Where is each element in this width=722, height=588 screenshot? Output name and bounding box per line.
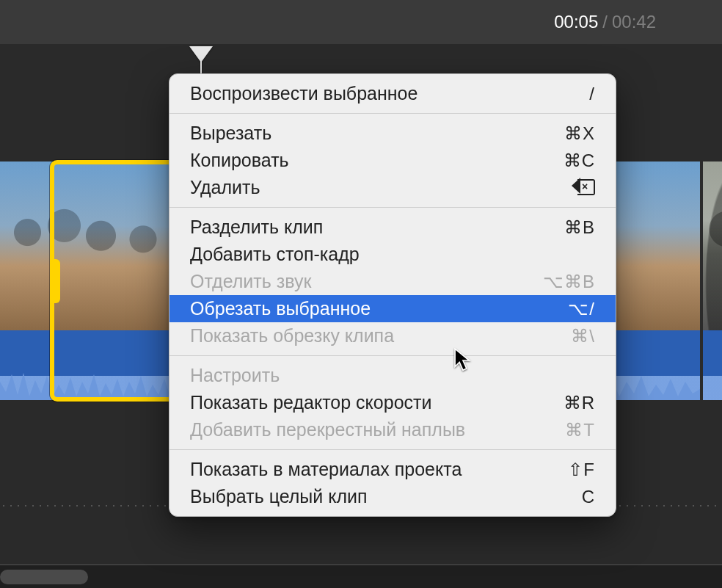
menu-item-show-speed-editor[interactable]: Показать редактор скорости⌘R — [169, 389, 616, 416]
menu-item-copy[interactable]: Копировать⌘C — [169, 147, 616, 174]
menu-item-shortcut: / — [536, 84, 595, 104]
menu-item-shortcut: ⌥/ — [536, 299, 595, 319]
menu-item-shortcut: ⌘R — [536, 393, 595, 413]
menu-item-shortcut: ⇧F — [536, 460, 595, 480]
menu-item-label: Показать редактор скорости — [190, 392, 431, 413]
menu-item-label: Добавить перекрестный наплыв — [190, 419, 465, 440]
menu-item-trim-selection[interactable]: Обрезать выбранное⌥/ — [169, 295, 616, 322]
waveform-icon — [703, 360, 722, 400]
menu-separator — [169, 207, 616, 208]
menu-item-label: Добавить стоп-кадр — [190, 244, 360, 265]
menu-item-detach-audio: Отделить звук⌥⌘B — [169, 268, 616, 295]
menu-item-shortcut: C — [536, 487, 595, 507]
menu-item-add-freeze-frame[interactable]: Добавить стоп-кадр — [169, 241, 616, 268]
menu-item-label: Обрезать выбранное — [190, 298, 371, 319]
menu-item-shortcut: ⌘C — [536, 150, 595, 171]
horizontal-scrollbar[interactable] — [0, 565, 722, 588]
menu-item-shortcut: ⌘\ — [536, 326, 595, 346]
menu-item-adjust: Настроить — [169, 362, 616, 389]
menu-item-add-cross-dissolve: Добавить перекрестный наплыв⌘T — [169, 416, 616, 443]
menu-item-reveal-in-project-media[interactable]: Показать в материалах проекта⇧F — [169, 456, 616, 483]
menu-item-split-clip[interactable]: Разделить клип⌘B — [169, 214, 616, 241]
time-total: 00:42 — [612, 12, 656, 32]
menu-separator — [169, 113, 616, 114]
menu-item-select-entire-clip[interactable]: Выбрать целый клипC — [169, 483, 616, 510]
menu-item-shortcut: ⌘T — [536, 420, 595, 440]
menu-item-delete[interactable]: Удалить× — [169, 174, 616, 201]
menu-item-shortcut: ⌥⌘B — [536, 272, 595, 292]
timeline-clip[interactable] — [0, 161, 183, 400]
backspace-icon: × — [573, 179, 595, 194]
menu-item-cut[interactable]: Вырезать⌘X — [169, 120, 616, 147]
clip-thumbnail — [703, 161, 722, 330]
waveform-icon — [0, 360, 183, 400]
context-menu: Воспроизвести выбранное/Вырезать⌘XКопиро… — [169, 73, 616, 517]
menu-item-label: Настроить — [190, 365, 280, 386]
menu-item-label: Разделить клип — [190, 217, 323, 238]
menu-item-shortcut: ⌘B — [536, 217, 595, 238]
playback-time-bar: 00:05 / 00:42 — [0, 0, 722, 44]
menu-separator — [169, 449, 616, 450]
time-current: 00:05 — [554, 12, 598, 32]
menu-item-label: Выбрать целый клип — [190, 486, 368, 507]
clip-audio-track[interactable] — [0, 330, 183, 400]
menu-item-label: Удалить — [190, 177, 260, 198]
menu-item-label: Копировать — [190, 150, 289, 171]
timeline-clip[interactable] — [703, 161, 722, 400]
menu-item-label: Отделить звук — [190, 271, 311, 292]
time-separator: / — [598, 12, 612, 32]
playhead-icon[interactable] — [189, 46, 213, 62]
clip-audio-track[interactable] — [703, 330, 722, 400]
menu-item-show-clip-trimmer: Показать обрезку клипа⌘\ — [169, 322, 616, 349]
menu-item-label: Воспроизвести выбранное — [190, 83, 417, 104]
menu-item-play-selection[interactable]: Воспроизвести выбранное/ — [169, 80, 616, 107]
scrollbar-thumb[interactable] — [0, 570, 88, 584]
menu-item-shortcut: × — [536, 178, 595, 198]
menu-item-label: Показать обрезку клипа — [190, 325, 394, 346]
menu-item-shortcut: ⌘X — [536, 123, 595, 144]
clip-thumbnail — [0, 161, 183, 330]
menu-item-label: Вырезать — [190, 123, 271, 144]
menu-separator — [169, 355, 616, 356]
menu-item-label: Показать в материалах проекта — [190, 459, 462, 480]
